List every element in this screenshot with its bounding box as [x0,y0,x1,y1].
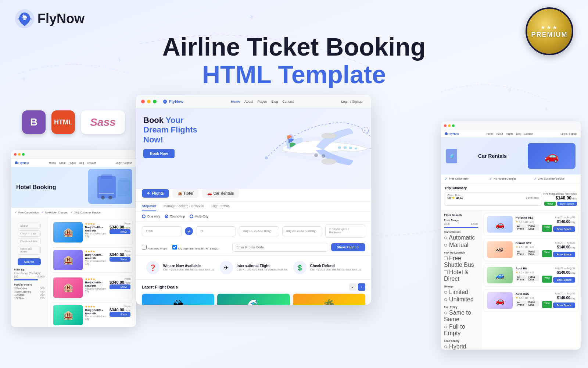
sub-tab-status[interactable]: Flight Status [211,202,230,211]
nav-about[interactable]: About [244,100,253,103]
radio-multi-city[interactable]: Multi-City [190,215,209,218]
hotel-card-2: 🏨 ★★★★ Burj Khalifa - Amireth Resorts In… [51,247,133,273]
car-hero-image: 🚗 [528,143,576,169]
car-info-1: Porsche 911 ★ 4.5 · 1D · 2.0 Air Prime F… [516,216,539,230]
svg-point-26 [314,153,318,157]
return-date-field[interactable]: Aug 20, 2023 (Sunday) [282,226,322,236]
car-name-2: Ferrari GT2 [516,241,539,245]
filter-2stars[interactable]: □ 2 Stars230 [14,294,44,296]
deals-next-button[interactable]: › [358,283,365,291]
car-view-4[interactable]: View [542,301,552,308]
deal-card-2[interactable]: 🌊 [217,294,290,305]
car-cards-col: 🚗 Porsche 911 ★ 4.5 · 1D · 2.0 Air Prime… [481,210,581,350]
nav-logo-text: FlyNow [169,99,183,104]
deals-prev-button[interactable]: ‹ [349,283,356,291]
title-line1: Airline Ticket Booking [0,33,588,61]
refund-text: Check Refund Call +1 555 666 888 for con… [310,264,361,271]
hotel-book-1[interactable]: Show [110,229,130,234]
hotel-card-4: 🏨 ★★★★ Burj Khalifa - Amireth Resorts In… [51,302,133,327]
nav-home[interactable]: Home [231,100,240,103]
car-book-4[interactable]: Book Space [553,302,575,308]
tab-flights[interactable]: ✈ Flights [142,189,169,198]
car-dates-4: Aug 20 — Aug 31 [542,292,575,295]
sub-tab-stopover[interactable]: Stopover [142,202,156,211]
to-field[interactable]: To [196,226,236,236]
shuttle-option[interactable]: □ Free Shuttle Bus [444,255,478,268]
deal-card-3[interactable]: 🌴 [293,294,365,305]
car-view-1[interactable]: View [542,225,552,232]
book-now-button[interactable]: Book Now [143,149,175,158]
sub-tab-manage[interactable]: Manage Booking / Check in [164,202,204,211]
car-price-range[interactable] [444,227,478,228]
trip-book-btn[interactable]: Book Space [557,202,577,206]
hotel-search-button[interactable]: Search [18,258,41,265]
automatic-option[interactable]: ○ Automatic [444,234,478,241]
car-right-4: Aug 20 — Aug 31 $140.00/day View Book Sp… [542,292,575,308]
full-empty-option[interactable]: ○ Full to Empty [444,323,478,337]
hotel-book-2[interactable]: Show [110,257,130,262]
nav-pages[interactable]: Pages [258,100,267,103]
car-book-3[interactable]: Book Space [553,277,575,283]
check-in-field[interactable]: Check-in date [18,230,41,237]
hybrid-option[interactable]: ○ Hybrid [444,343,478,350]
deals-header: Latest Flight Deals ‹ › [142,283,365,291]
hotel-book-4[interactable]: Show [110,312,130,317]
show-flights-button[interactable]: Show Flight ✈ [331,243,366,251]
from-field[interactable]: From [142,226,182,236]
car-book-2[interactable]: Book Space [553,252,575,257]
passengers-field[interactable]: 2 Passengers / Business [325,224,365,238]
depart-date-field[interactable]: Aug 18, 2023 (Friday) [239,226,279,236]
tech-badges: B HTML Sass [22,110,125,134]
bootstrap-badge: B [22,110,46,134]
filter-self-catering[interactable]: □ Self Catering430 [14,290,44,293]
nav-login[interactable]: Login / Signup [341,100,362,103]
check-icon-1: ✓ [15,211,17,214]
limited-option[interactable]: ○ Limited [444,289,478,296]
deal-card-1[interactable]: 🏔 [142,294,214,305]
hotel-direct-option[interactable]: □ Hotel & Direct [444,269,478,282]
swap-button[interactable]: ⇄ [185,227,193,235]
manual-option[interactable]: ○ Manual [444,242,478,248]
radio-round-trip[interactable]: Round-trip [165,215,185,218]
trip-action-btns: View Book Space [544,202,577,206]
tab-hotel[interactable]: 🏨 Hotel [173,189,198,198]
promo-code-input[interactable]: Enter Promo Code [232,243,328,252]
filter-sea-view[interactable]: □ Sea View500 [14,287,44,290]
same-same-option[interactable]: ○ Same to Same [444,309,478,323]
car-dot-yellow [448,124,451,127]
hero-book: Book [143,116,166,125]
hotel-search-field[interactable]: Search [18,223,41,229]
price-range-bar[interactable] [14,279,38,280]
flexible-checkbox[interactable] [172,245,177,250]
trip-summary-title: Trip Summary [445,186,577,190]
logo[interactable]: ✈ FlyNow [15,9,85,29]
tab-car-rentals[interactable]: 🚗 Car Rentals [202,189,239,198]
car-view-2[interactable]: View [542,250,552,257]
flexible-checkbox-label[interactable]: My date are flexible (+/- 3days) [172,245,218,250]
svg-rect-12 [118,180,130,197]
trip-type-radio: One way Round-trip Multi-City [142,215,365,218]
nonstop-checkbox[interactable] [142,245,147,250]
hotel-book-3[interactable]: Show [110,284,130,289]
room-adults-field[interactable]: Room and Adults [18,246,41,255]
nav-blog[interactable]: Blog [271,100,278,103]
nav-contact[interactable]: Contact [282,100,294,103]
html-badge: HTML [51,110,75,134]
hero-plane-illustration [261,108,371,182]
check-out-field[interactable]: Check-out date [18,238,41,244]
popular-filters: Popular Filters □ Sea View500 □ Self Cat… [14,283,44,300]
car-book-1[interactable]: Book Space [553,226,575,232]
trip-class-field[interactable]: Class: Benz 4.5 ⭐ 1D 2.0 3 of 5 cars [445,192,541,206]
unlimited-option[interactable]: ○ Unlimited [444,296,478,303]
filter-3stars[interactable]: □ 3 Stars220 [14,297,44,300]
tab-flights-label: Flights [152,191,164,195]
title-section: Airline Ticket Booking HTML Template [0,33,588,88]
transmission-filter: Pick-Up Location □ Free Shuttle Bus □ Ho… [444,251,478,282]
radio-one-way[interactable]: One way [142,215,160,218]
hotel-card-1: 🏨 ★★★★ Burj Khalifa - Amireth Resorts In… [51,220,133,245]
car-view-3[interactable]: View [542,276,552,283]
nonstop-checkbox-label[interactable]: Non-stop Flight [142,245,167,250]
hotel-mockup: 🏔 FlyNow Home About Pages Blog Contact L… [11,150,136,327]
trip-view-btn[interactable]: View [544,202,556,206]
hotel-feature-3: ✓ 24/7 Customer Service [71,211,100,214]
